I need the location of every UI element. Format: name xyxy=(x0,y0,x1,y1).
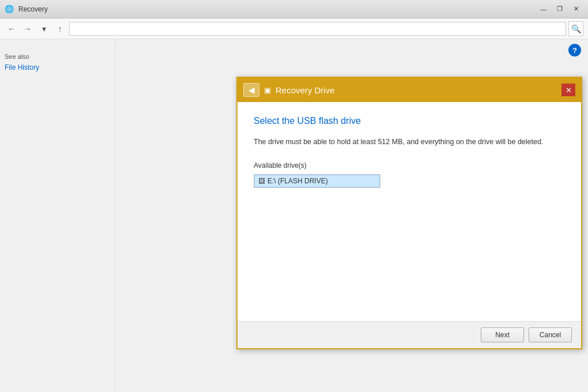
dialog-body: Select the USB flash drive The drive mus… xyxy=(238,102,581,321)
dialog-footer: Next Cancel xyxy=(238,321,581,348)
available-drives-label: Available drive(s) xyxy=(254,161,565,169)
titlebar-controls: — ❐ ✕ xyxy=(536,3,583,16)
maximize-button[interactable]: ❐ xyxy=(552,3,567,16)
drive-label: E:\ (FLASH DRIVE) xyxy=(267,177,328,185)
dialog-close-button[interactable]: ✕ xyxy=(561,84,575,96)
see-also-label: See also xyxy=(5,53,110,60)
background-window: 🌐 Recovery — ❐ ✕ ← → ▾ ↑ Control Panel 🔍… xyxy=(0,0,588,392)
forward-button[interactable]: → xyxy=(21,22,35,36)
drive-item[interactable]: 🖼 E:\ (FLASH DRIVE) xyxy=(254,175,380,187)
dialog-title: Recovery Drive xyxy=(276,85,335,95)
back-arrow-icon: ◀ xyxy=(248,85,255,95)
dialog-heading: Select the USB flash drive xyxy=(254,116,565,126)
minimize-button[interactable]: — xyxy=(536,3,551,16)
drive-icon: ▣ xyxy=(264,86,271,95)
next-button[interactable]: Next xyxy=(481,327,524,342)
dropdown-button[interactable]: ▾ xyxy=(37,22,51,36)
recovery-drive-dialog: ◀ ▣ Recovery Drive ✕ Select the USB flas… xyxy=(236,77,582,349)
up-button[interactable]: ↑ xyxy=(53,22,67,36)
navigation-bar: ← → ▾ ↑ Control Panel 🔍 xyxy=(0,18,588,39)
dialog-titlebar: ◀ ▣ Recovery Drive ✕ xyxy=(238,78,581,102)
titlebar: 🌐 Recovery — ❐ ✕ xyxy=(0,0,588,18)
close-button[interactable]: ✕ xyxy=(568,3,583,16)
cancel-button[interactable]: Cancel xyxy=(529,327,572,342)
help-icon[interactable]: ? xyxy=(568,44,581,56)
main-content: See also File History ? ◀ ▣ R xyxy=(0,39,588,391)
window-icon: 🌐 xyxy=(5,5,14,14)
dialog-back-button[interactable]: ◀ xyxy=(243,83,259,97)
usb-drive-icon: 🖼 xyxy=(258,177,265,185)
title-area: 🌐 Recovery xyxy=(5,5,48,14)
search-icon: 🔍 xyxy=(571,24,581,33)
search-box[interactable]: 🔍 xyxy=(568,21,583,36)
dialog-description: The drive must be able to hold at least … xyxy=(254,137,565,148)
window-title: Recovery xyxy=(18,5,48,13)
dialog-title-left: ◀ ▣ Recovery Drive xyxy=(243,83,335,97)
content-area: ? ◀ ▣ Recovery Drive ✕ xyxy=(115,39,588,391)
dialog-overlay: ◀ ▣ Recovery Drive ✕ Select the USB flas… xyxy=(231,71,588,391)
back-button[interactable]: ← xyxy=(5,22,18,36)
sidebar: See also File History xyxy=(0,39,115,391)
drive-list: 🖼 E:\ (FLASH DRIVE) xyxy=(254,174,380,188)
address-bar[interactable]: Control Panel xyxy=(69,22,566,36)
file-history-link[interactable]: File History xyxy=(5,62,110,73)
